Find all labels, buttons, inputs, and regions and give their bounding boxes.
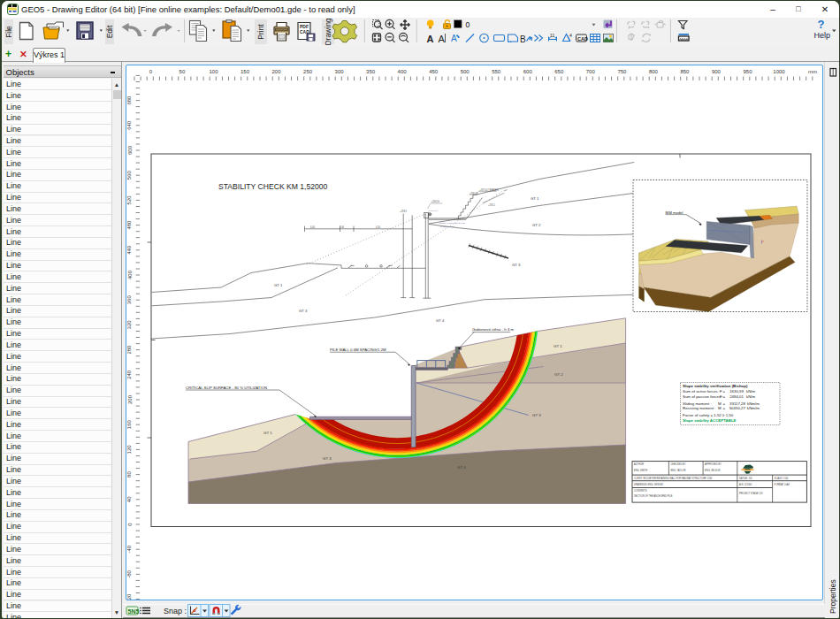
svg-text:5N5: 5N5 [128, 608, 140, 615]
svg-text:Snap :: Snap : [164, 607, 187, 615]
